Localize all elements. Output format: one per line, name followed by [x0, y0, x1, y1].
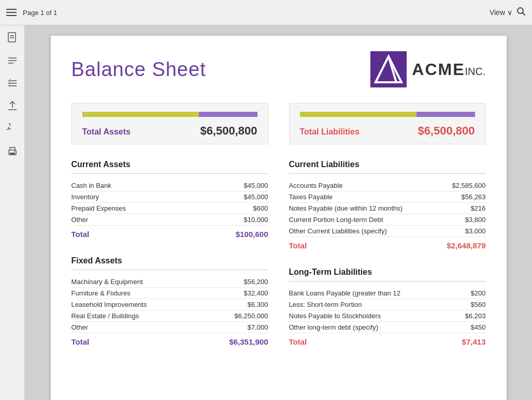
- line-item: Accounts Payable $2,585,600: [289, 180, 486, 191]
- assets-label-row: Total Assets $6,500,800: [82, 124, 257, 138]
- content-row: Current Assets Cash in Bank $45,000 Inve…: [71, 160, 486, 364]
- current-assets-title: Current Assets: [71, 160, 268, 169]
- liabilities-bar: [300, 112, 475, 117]
- liabilities-summary-card: Total Liabilities $6,500,800: [289, 103, 486, 144]
- svg-line-1: [523, 13, 525, 16]
- col-right: Current Liabilities Accounts Payable $2,…: [289, 160, 486, 364]
- line-item: Other $7,000: [71, 322, 268, 333]
- total-liabilities-amount: $6,500,800: [418, 124, 475, 138]
- line-item: Real Estate / Buildings $6,250,000: [71, 310, 268, 322]
- line-item: Other Current Liabilities (specify) $3,0…: [289, 226, 486, 237]
- svg-rect-13: [10, 153, 15, 155]
- current-assets-total-amount: $100,600: [236, 230, 268, 239]
- upload-icon[interactable]: [6, 100, 19, 112]
- assets-bar: [82, 112, 257, 117]
- line-item: Furniture & Fixtures $32,400: [71, 288, 268, 299]
- text-icon[interactable]: [6, 54, 19, 67]
- longterm-liabilities-total-amount: $7,413: [462, 337, 486, 346]
- line-item: Other $10,000: [71, 214, 268, 226]
- line-item: Cash in Bank $45,000: [71, 180, 268, 191]
- longterm-liabilities-total-label: Total: [289, 337, 307, 346]
- col-left: Current Assets Cash in Bank $45,000 Inve…: [71, 160, 268, 364]
- top-bar-right: View ∨: [490, 7, 526, 18]
- fixed-assets-total-row: Total $6,351,900: [71, 335, 268, 348]
- line-item: Other long-term debt (specify) $450: [289, 322, 486, 333]
- line-item: Leasehold Improvements $6,300: [71, 299, 268, 310]
- longterm-liabilities-section: Long-Term Liabilities Bank Loans Payable…: [289, 268, 486, 348]
- search-icon: [516, 7, 526, 16]
- line-item: Machinary & Equipment $56,200: [71, 276, 268, 288]
- history-icon[interactable]: [6, 123, 19, 135]
- page-header: Balance Sheet ACMEINC.: [71, 51, 486, 87]
- fixed-assets-total-amount: $6,351,900: [229, 337, 268, 346]
- line-item: Taxes Payable $56,263: [289, 191, 486, 203]
- current-assets-section: Current Assets Cash in Bank $45,000 Inve…: [71, 160, 268, 241]
- liabilities-label-row: Total Liabilities $6,500,800: [300, 124, 475, 138]
- balance-sheet-title: Balance Sheet: [71, 58, 206, 81]
- logo-text: ACMEINC.: [412, 60, 485, 79]
- page: Balance Sheet ACMEINC.: [51, 36, 507, 400]
- assets-summary-card: Total Assets $6,500,800: [71, 103, 268, 144]
- longterm-liabilities-title: Long-Term Liabilities: [289, 268, 486, 277]
- line-item: Less: Short-term Portion $560: [289, 299, 486, 310]
- current-assets-total-row: Total $100,600: [71, 228, 268, 241]
- line-item: Notes Payable to Stockholders $6,203: [289, 310, 486, 322]
- page-icon[interactable]: [6, 32, 19, 44]
- bar-purple-2: [416, 112, 475, 117]
- current-liabilities-total-amount: $2,648,879: [447, 241, 485, 250]
- current-assets-total-label: Total: [71, 230, 90, 239]
- current-liabilities-total-row: Total $2,648,879: [289, 239, 486, 252]
- current-liabilities-section: Current Liabilities Accounts Payable $2,…: [289, 160, 486, 252]
- current-liabilities-total-label: Total: [289, 241, 307, 250]
- fixed-assets-section: Fixed Assets Machinary & Equipment $56,2…: [71, 256, 268, 348]
- total-liabilities-label: Total Liabilities: [300, 127, 360, 137]
- line-item: Current Portion Long-term Debt $3,800: [289, 214, 486, 226]
- bar-yellow: [82, 112, 199, 117]
- line-item: Notes Payable (due within 12 months) $21…: [289, 203, 486, 214]
- summary-row: Total Assets $6,500,800 Total Liabilitie…: [71, 103, 486, 144]
- top-bar: Page 1 of 1 View ∨: [0, 0, 532, 25]
- line-item: Bank Loans Payable (greater than 12 $200: [289, 288, 486, 299]
- line-item: Prepaid Expenses $600: [71, 203, 268, 214]
- top-bar-left: Page 1 of 1: [6, 9, 57, 17]
- fixed-assets-title: Fixed Assets: [71, 256, 268, 265]
- view-button[interactable]: View ∨: [490, 8, 512, 17]
- acme-logo-icon: [370, 51, 407, 87]
- sidebar: [0, 25, 25, 400]
- main-area: Balance Sheet ACMEINC.: [0, 25, 532, 400]
- chevron-down-icon: ∨: [507, 8, 512, 17]
- total-assets-amount: $6,500,800: [200, 124, 257, 138]
- bar-purple: [199, 112, 257, 117]
- fixed-assets-total-label: Total: [71, 337, 90, 346]
- total-assets-label: Total Assets: [82, 127, 131, 137]
- print-icon[interactable]: [6, 145, 19, 158]
- svg-rect-2: [8, 33, 16, 42]
- search-button[interactable]: [516, 7, 526, 18]
- page-info: Page 1 of 1: [23, 9, 57, 17]
- logo-area: ACMEINC.: [370, 51, 485, 87]
- current-liabilities-title: Current Liabilities: [289, 160, 486, 169]
- doc-area: Balance Sheet ACMEINC.: [25, 25, 532, 400]
- longterm-liabilities-total-row: Total $7,413: [289, 335, 486, 348]
- bar-yellow-2: [300, 112, 416, 117]
- svg-point-14: [14, 151, 15, 152]
- hamburger-icon[interactable]: [6, 9, 17, 16]
- checklist-icon[interactable]: [6, 77, 19, 90]
- line-item: Inventory $45,000: [71, 191, 268, 203]
